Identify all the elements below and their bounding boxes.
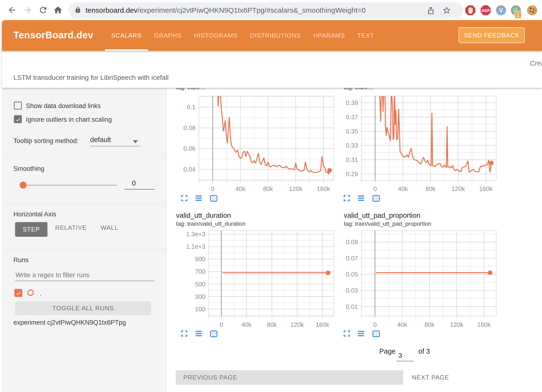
address-bar[interactable]: tensorboard.dev/experiment/cj2vtPiwQHKN9… (68, 2, 464, 18)
svg-text:0.39: 0.39 (346, 99, 358, 106)
svg-text:0: 0 (374, 185, 377, 192)
tab-scalars[interactable]: SCALARS (105, 20, 148, 51)
axis-step-button[interactable]: STEP (15, 222, 47, 237)
chart-toolbar (343, 329, 386, 339)
axis-wall-button[interactable]: WALL (101, 224, 118, 231)
settings-sidebar: Show data download links Ignore outliers… (2, 88, 167, 392)
app-header: TensorBoard.dev SCALARS GRAPHS HISTOGRAM… (2, 20, 542, 51)
svg-text:0.35: 0.35 (346, 128, 358, 135)
svg-text:700: 700 (195, 268, 205, 275)
extension-v-icon[interactable]: V (495, 4, 507, 16)
svg-text:80k: 80k (426, 185, 436, 192)
run-color-circle[interactable] (27, 289, 34, 296)
tooltip-sorting-value: default (90, 136, 111, 144)
chevron-down-icon (133, 140, 138, 143)
extension-abp-icon[interactable]: ABP (480, 4, 492, 16)
svg-text:40k: 40k (242, 321, 252, 328)
scalar-chart[interactable]: 040k80k120k160k0.290.310.330.350.370.39 (330, 95, 498, 194)
reload-icon[interactable] (38, 5, 48, 15)
svg-text:1.1e+3: 1.1e+3 (186, 243, 205, 250)
extension-blocker-icon[interactable] (464, 4, 476, 16)
svg-text:0.06: 0.06 (183, 145, 196, 152)
svg-text:1.3e+3: 1.3e+3 (186, 231, 205, 238)
tab-hparams[interactable]: HPARAMS (307, 20, 351, 51)
svg-text:80k: 80k (424, 321, 435, 328)
fullscreen-icon[interactable] (343, 329, 351, 338)
chart-title: valid_utt_duration (176, 212, 231, 219)
horizontal-lines-icon[interactable] (357, 329, 366, 338)
tooltip-sorting-label: Tooltip sorting method: (13, 137, 79, 145)
svg-text:40k: 40k (397, 321, 408, 328)
main-nav: SCALARS GRAPHS HISTOGRAMS DISTRIBUTIONS … (105, 20, 380, 51)
scalar-chart[interactable]: 040k80k120k160k0.010.030.050.070.09 (330, 230, 498, 329)
horizontal-lines-icon[interactable] (357, 194, 366, 203)
page-label: Page (379, 347, 396, 355)
ignore-outliers-checkbox[interactable] (14, 115, 22, 123)
svg-text:120k: 120k (290, 321, 304, 328)
url-text: tensorboard.dev/experiment/cj2vtPiwQHKN9… (86, 6, 366, 14)
svg-text:0.04: 0.04 (183, 166, 196, 173)
svg-text:120k: 120k (450, 321, 464, 328)
runs-label: Runs (13, 256, 29, 264)
svg-text:0.1: 0.1 (187, 104, 196, 111)
back-icon[interactable] (7, 5, 17, 15)
tab-histograms[interactable]: HISTOGRAMS (188, 20, 244, 51)
svg-text:100: 100 (195, 306, 205, 313)
fullscreen-icon[interactable] (180, 329, 189, 338)
smoothing-value-input[interactable]: 0 (125, 179, 155, 190)
experiment-title: LSTM transducer training for LibriSpeech… (13, 74, 168, 81)
fullscreen-icon[interactable] (180, 194, 189, 203)
fit-domain-icon[interactable] (209, 329, 218, 338)
chart-tag-clipped: tag: train/… (176, 88, 320, 91)
horizontal-lines-icon[interactable] (195, 194, 203, 203)
svg-text:0.01: 0.01 (346, 303, 358, 310)
tooltip-sorting-select[interactable]: default (90, 136, 140, 146)
svg-text:0.37: 0.37 (346, 114, 358, 121)
axis-relative-button[interactable]: RELATIVE (55, 224, 87, 231)
svg-text:0.29: 0.29 (346, 170, 358, 178)
page-number-input[interactable] (397, 350, 414, 361)
smoothing-slider-track[interactable] (23, 185, 117, 186)
smoothing-slider-thumb[interactable] (20, 182, 27, 189)
svg-text:40k: 40k (398, 185, 408, 192)
tab-distributions[interactable]: DISTRIBUTIONS (244, 20, 307, 51)
tab-text[interactable]: TEXT (351, 20, 380, 51)
horizontal-lines-icon[interactable] (195, 329, 203, 338)
lock-icon (75, 6, 81, 14)
experiment-run-label: experiment cj2vtPiwQHKN9Q1tx6PTpg (13, 319, 126, 326)
horizontal-axis-label: Horizontal Axis (13, 211, 56, 218)
chart-tag: tag: train/valid_utt_duration (176, 220, 246, 227)
svg-text:40k: 40k (235, 185, 246, 192)
fullscreen-icon[interactable] (343, 194, 351, 203)
next-page-button[interactable]: NEXT PAGE (409, 370, 452, 385)
run-checkbox[interactable] (14, 289, 22, 297)
home-icon[interactable] (53, 5, 63, 15)
svg-text:0.31: 0.31 (346, 156, 358, 163)
scalar-chart[interactable]: 040k80k120k160k1003005007009001.1e+31.3e… (175, 230, 336, 329)
charts-panel: tag: train/… tag: train/… 040k80k120k160… (167, 88, 542, 392)
svg-text:80k: 80k (267, 321, 277, 328)
svg-text:160k: 160k (479, 185, 493, 192)
fit-domain-icon[interactable] (372, 329, 381, 338)
experiment-meta-bar: Crea LSTM transducer training for LibriS… (2, 51, 542, 88)
svg-text:ABP: ABP (481, 8, 490, 13)
bookmark-star-icon[interactable] (442, 6, 451, 16)
divider (2, 157, 167, 157)
svg-text:0: 0 (211, 185, 214, 192)
tab-graphs[interactable]: GRAPHS (148, 20, 188, 51)
runs-regex-input[interactable] (15, 270, 155, 281)
previous-page-button[interactable]: PREVIOUS PAGE (176, 370, 403, 385)
toggle-all-runs-button[interactable]: TOGGLE ALL RUNS (15, 301, 151, 315)
chart-tag-clipped: tag: train/… (344, 88, 492, 91)
scalar-chart[interactable]: 040k80k120k160k0.040.060.080.1 (168, 95, 336, 194)
show-download-links-checkbox[interactable] (14, 102, 22, 110)
extension-cookie-icon[interactable] (526, 4, 538, 16)
share-icon[interactable] (426, 6, 435, 16)
svg-text:0.03: 0.03 (346, 287, 358, 294)
fit-domain-icon[interactable] (209, 194, 218, 203)
forward-icon[interactable] (23, 5, 32, 15)
svg-text:0: 0 (219, 321, 223, 328)
svg-text:900: 900 (195, 255, 205, 263)
send-feedback-button[interactable]: SEND FEEDBACK (459, 27, 525, 43)
fit-domain-icon[interactable] (372, 194, 381, 203)
